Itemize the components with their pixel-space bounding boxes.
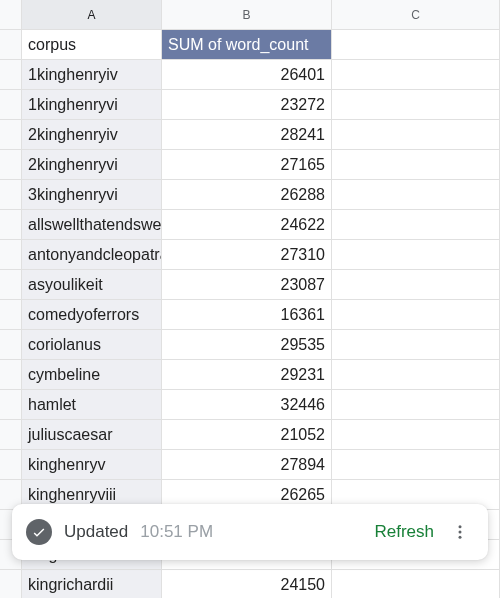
row-header <box>0 390 22 420</box>
table-row-corpus[interactable]: hamlet <box>22 390 162 420</box>
table-row-sum[interactable]: 29231 <box>162 360 332 390</box>
table-row-corpus[interactable]: 1kinghenryiv <box>22 60 162 90</box>
table-row-corpus[interactable]: antonyandcleopatra <box>22 240 162 270</box>
cell-empty[interactable] <box>332 300 500 330</box>
table-row-corpus[interactable]: asyoulikeit <box>22 270 162 300</box>
table-row-corpus[interactable]: 1kinghenryvi <box>22 90 162 120</box>
column-header-A[interactable]: A <box>22 0 162 30</box>
cell-empty[interactable] <box>332 210 500 240</box>
table-row-sum[interactable]: 23272 <box>162 90 332 120</box>
table-row-sum[interactable]: 23087 <box>162 270 332 300</box>
row-header <box>0 30 22 60</box>
table-row-sum[interactable]: 27310 <box>162 240 332 270</box>
row-header <box>0 120 22 150</box>
cell-empty[interactable] <box>332 450 500 480</box>
svg-point-2 <box>459 536 462 539</box>
cell-empty[interactable] <box>332 420 500 450</box>
cell-empty[interactable] <box>332 150 500 180</box>
toast-time: 10:51 PM <box>140 522 213 542</box>
pivot-field-label[interactable]: corpus <box>22 30 162 60</box>
table-row-sum[interactable]: 26288 <box>162 180 332 210</box>
svg-point-1 <box>459 531 462 534</box>
more-icon[interactable] <box>446 518 474 546</box>
row-header <box>0 180 22 210</box>
row-header <box>0 60 22 90</box>
cell-empty[interactable] <box>332 570 500 598</box>
table-row-corpus[interactable]: allswellthatendswell <box>22 210 162 240</box>
corner-cell <box>0 0 22 30</box>
cell-empty[interactable] <box>332 270 500 300</box>
row-header <box>0 330 22 360</box>
column-header-B[interactable]: B <box>162 0 332 30</box>
table-row-sum[interactable]: 27894 <box>162 450 332 480</box>
status-toast: Updated 10:51 PM Refresh <box>12 504 488 560</box>
table-row-sum[interactable]: 27165 <box>162 150 332 180</box>
cell-empty[interactable] <box>332 180 500 210</box>
table-row-sum[interactable]: 16361 <box>162 300 332 330</box>
column-header-C[interactable]: C <box>332 0 500 30</box>
cell-empty[interactable] <box>332 360 500 390</box>
table-row-sum[interactable]: 21052 <box>162 420 332 450</box>
cell-empty[interactable] <box>332 60 500 90</box>
cell-empty[interactable] <box>332 240 500 270</box>
svg-point-0 <box>459 525 462 528</box>
cell-empty[interactable] <box>332 330 500 360</box>
table-row-sum[interactable]: 32446 <box>162 390 332 420</box>
table-row-corpus[interactable]: kingrichardii <box>22 570 162 598</box>
table-row-corpus[interactable]: cymbeline <box>22 360 162 390</box>
row-header <box>0 90 22 120</box>
value-field-label: SUM of word_count <box>162 30 332 60</box>
row-header <box>0 570 22 598</box>
table-row-corpus[interactable]: comedyoferrors <box>22 300 162 330</box>
table-row-corpus[interactable]: 3kinghenryvi <box>22 180 162 210</box>
table-row-corpus[interactable]: kinghenryv <box>22 450 162 480</box>
row-header <box>0 300 22 330</box>
table-row-sum[interactable]: 24150 <box>162 570 332 598</box>
toast-status: Updated <box>64 522 128 542</box>
row-header <box>0 210 22 240</box>
row-header <box>0 240 22 270</box>
row-header <box>0 360 22 390</box>
table-row-sum[interactable]: 28241 <box>162 120 332 150</box>
row-header <box>0 420 22 450</box>
cell-empty[interactable] <box>332 390 500 420</box>
row-header <box>0 270 22 300</box>
table-row-sum[interactable]: 29535 <box>162 330 332 360</box>
table-row-sum[interactable]: 24622 <box>162 210 332 240</box>
table-row-corpus[interactable]: 2kinghenryvi <box>22 150 162 180</box>
row-header <box>0 150 22 180</box>
cell-empty[interactable] <box>332 30 500 60</box>
table-row-corpus[interactable]: juliuscaesar <box>22 420 162 450</box>
cell-empty[interactable] <box>332 90 500 120</box>
refresh-button[interactable]: Refresh <box>374 522 434 542</box>
table-row-corpus[interactable]: coriolanus <box>22 330 162 360</box>
check-icon <box>26 519 52 545</box>
row-header <box>0 450 22 480</box>
cell-empty[interactable] <box>332 120 500 150</box>
table-row-sum[interactable]: 26401 <box>162 60 332 90</box>
table-row-corpus[interactable]: 2kinghenryiv <box>22 120 162 150</box>
